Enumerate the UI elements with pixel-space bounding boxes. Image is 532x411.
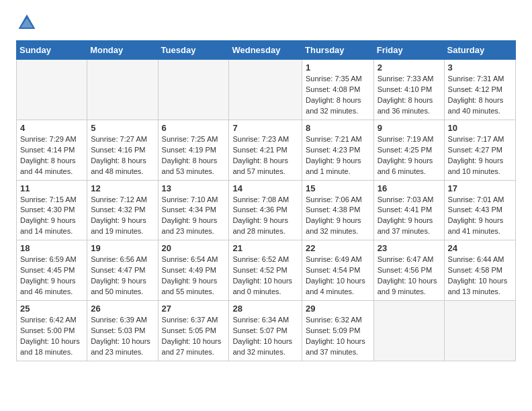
day-info: Sunrise: 7:15 AM Sunset: 4:30 PM Dayligh…: [20, 195, 83, 238]
day-info: Sunrise: 7:23 AM Sunset: 4:21 PM Dayligh…: [232, 134, 298, 177]
day-info: Sunrise: 6:49 AM Sunset: 4:54 PM Dayligh…: [306, 255, 370, 298]
day-info: Sunrise: 7:33 AM Sunset: 4:10 PM Dayligh…: [378, 74, 441, 117]
day-info: Sunrise: 6:44 AM Sunset: 4:58 PM Dayligh…: [448, 255, 512, 298]
table-row: 19Sunrise: 6:56 AM Sunset: 4:47 PM Dayli…: [87, 240, 158, 301]
table-row: [158, 60, 229, 120]
calendar-table: SundayMondayTuesdayWednesdayThursdayFrid…: [16, 40, 516, 361]
day-number: 1: [306, 62, 370, 73]
day-number: 4: [20, 123, 83, 133]
day-number: 25: [20, 304, 83, 314]
table-row: 27Sunrise: 6:37 AM Sunset: 5:05 PM Dayli…: [158, 301, 229, 361]
table-row: [229, 60, 302, 120]
day-number: 8: [306, 123, 370, 133]
table-row: 18Sunrise: 6:59 AM Sunset: 4:45 PM Dayli…: [17, 240, 87, 301]
day-number: 21: [232, 243, 298, 253]
table-row: 9Sunrise: 7:19 AM Sunset: 4:25 PM Daylig…: [373, 120, 444, 180]
day-number: 16: [378, 183, 441, 193]
day-info: Sunrise: 6:37 AM Sunset: 5:05 PM Dayligh…: [162, 315, 226, 358]
day-info: Sunrise: 6:52 AM Sunset: 4:52 PM Dayligh…: [232, 255, 298, 298]
day-info: Sunrise: 6:47 AM Sunset: 4:56 PM Dayligh…: [378, 255, 441, 298]
calendar-week-row: 4Sunrise: 7:29 AM Sunset: 4:14 PM Daylig…: [17, 120, 516, 180]
table-row: 29Sunrise: 6:32 AM Sunset: 5:09 PM Dayli…: [302, 301, 374, 361]
weekday-header: Thursday: [302, 41, 374, 60]
weekday-header: Wednesday: [229, 41, 302, 60]
day-number: 23: [378, 243, 441, 253]
day-info: Sunrise: 7:31 AM Sunset: 4:12 PM Dayligh…: [448, 74, 512, 117]
weekday-header: Monday: [87, 41, 158, 60]
calendar-body: 1Sunrise: 7:35 AM Sunset: 4:08 PM Daylig…: [17, 60, 516, 361]
table-row: 20Sunrise: 6:54 AM Sunset: 4:49 PM Dayli…: [158, 240, 229, 301]
day-info: Sunrise: 7:08 AM Sunset: 4:36 PM Dayligh…: [232, 195, 298, 238]
table-row: 11Sunrise: 7:15 AM Sunset: 4:30 PM Dayli…: [17, 180, 87, 240]
day-number: 27: [162, 304, 226, 314]
table-row: 21Sunrise: 6:52 AM Sunset: 4:52 PM Dayli…: [229, 240, 302, 301]
day-number: 24: [448, 243, 512, 253]
weekday-header: Friday: [373, 41, 444, 60]
day-info: Sunrise: 7:35 AM Sunset: 4:08 PM Dayligh…: [306, 74, 370, 117]
weekday-header: Tuesday: [158, 41, 229, 60]
day-info: Sunrise: 6:56 AM Sunset: 4:47 PM Dayligh…: [91, 255, 154, 298]
table-row: 6Sunrise: 7:25 AM Sunset: 4:19 PM Daylig…: [158, 120, 229, 180]
table-row: [444, 301, 515, 361]
day-number: 26: [91, 304, 154, 314]
day-info: Sunrise: 6:54 AM Sunset: 4:49 PM Dayligh…: [162, 255, 226, 298]
day-info: Sunrise: 7:17 AM Sunset: 4:27 PM Dayligh…: [448, 134, 512, 177]
day-number: 10: [448, 123, 512, 133]
day-number: 2: [378, 62, 441, 73]
day-number: 5: [91, 123, 154, 133]
table-row: [373, 301, 444, 361]
day-number: 19: [91, 243, 154, 253]
table-row: 1Sunrise: 7:35 AM Sunset: 4:08 PM Daylig…: [302, 60, 374, 120]
day-info: Sunrise: 7:03 AM Sunset: 4:41 PM Dayligh…: [378, 195, 441, 238]
calendar-wrap: SundayMondayTuesdayWednesdayThursdayFrid…: [0, 40, 532, 369]
weekday-header: Saturday: [444, 41, 515, 60]
day-info: Sunrise: 6:59 AM Sunset: 4:45 PM Dayligh…: [20, 255, 83, 298]
calendar-week-row: 18Sunrise: 6:59 AM Sunset: 4:45 PM Dayli…: [17, 240, 516, 301]
day-info: Sunrise: 7:06 AM Sunset: 4:38 PM Dayligh…: [306, 195, 370, 238]
day-info: Sunrise: 7:25 AM Sunset: 4:19 PM Dayligh…: [162, 134, 226, 177]
day-number: 18: [20, 243, 83, 253]
table-row: 10Sunrise: 7:17 AM Sunset: 4:27 PM Dayli…: [444, 120, 515, 180]
table-row: 15Sunrise: 7:06 AM Sunset: 4:38 PM Dayli…: [302, 180, 374, 240]
calendar-week-row: 25Sunrise: 6:42 AM Sunset: 5:00 PM Dayli…: [17, 301, 516, 361]
day-info: Sunrise: 6:34 AM Sunset: 5:07 PM Dayligh…: [232, 315, 298, 358]
logo-icon: [16, 12, 38, 34]
weekday-header: Sunday: [17, 41, 87, 60]
table-row: 16Sunrise: 7:03 AM Sunset: 4:41 PM Dayli…: [373, 180, 444, 240]
table-row: 23Sunrise: 6:47 AM Sunset: 4:56 PM Dayli…: [373, 240, 444, 301]
table-row: 8Sunrise: 7:21 AM Sunset: 4:23 PM Daylig…: [302, 120, 374, 180]
table-row: 24Sunrise: 6:44 AM Sunset: 4:58 PM Dayli…: [444, 240, 515, 301]
table-row: 3Sunrise: 7:31 AM Sunset: 4:12 PM Daylig…: [444, 60, 515, 120]
weekday-row: SundayMondayTuesdayWednesdayThursdayFrid…: [17, 41, 516, 60]
calendar-week-row: 1Sunrise: 7:35 AM Sunset: 4:08 PM Daylig…: [17, 60, 516, 120]
day-number: 6: [162, 123, 226, 133]
day-number: 7: [232, 123, 298, 133]
day-number: 11: [20, 183, 83, 193]
page-header: [0, 0, 532, 40]
day-number: 3: [448, 62, 512, 73]
day-info: Sunrise: 7:29 AM Sunset: 4:14 PM Dayligh…: [20, 134, 83, 177]
table-row: 26Sunrise: 6:39 AM Sunset: 5:03 PM Dayli…: [87, 301, 158, 361]
day-info: Sunrise: 7:10 AM Sunset: 4:34 PM Dayligh…: [162, 195, 226, 238]
table-row: 7Sunrise: 7:23 AM Sunset: 4:21 PM Daylig…: [229, 120, 302, 180]
day-info: Sunrise: 7:19 AM Sunset: 4:25 PM Dayligh…: [378, 134, 441, 177]
table-row: 28Sunrise: 6:34 AM Sunset: 5:07 PM Dayli…: [229, 301, 302, 361]
table-row: [87, 60, 158, 120]
day-info: Sunrise: 6:32 AM Sunset: 5:09 PM Dayligh…: [306, 315, 370, 358]
day-info: Sunrise: 7:27 AM Sunset: 4:16 PM Dayligh…: [91, 134, 154, 177]
day-number: 17: [448, 183, 512, 193]
day-info: Sunrise: 6:42 AM Sunset: 5:00 PM Dayligh…: [20, 315, 83, 358]
day-number: 14: [232, 183, 298, 193]
calendar-week-row: 11Sunrise: 7:15 AM Sunset: 4:30 PM Dayli…: [17, 180, 516, 240]
day-number: 29: [306, 304, 370, 314]
table-row: [17, 60, 87, 120]
day-number: 22: [306, 243, 370, 253]
calendar-header: SundayMondayTuesdayWednesdayThursdayFrid…: [17, 41, 516, 60]
day-number: 13: [162, 183, 226, 193]
table-row: 25Sunrise: 6:42 AM Sunset: 5:00 PM Dayli…: [17, 301, 87, 361]
table-row: 14Sunrise: 7:08 AM Sunset: 4:36 PM Dayli…: [229, 180, 302, 240]
day-info: Sunrise: 7:12 AM Sunset: 4:32 PM Dayligh…: [91, 195, 154, 238]
table-row: 13Sunrise: 7:10 AM Sunset: 4:34 PM Dayli…: [158, 180, 229, 240]
table-row: 5Sunrise: 7:27 AM Sunset: 4:16 PM Daylig…: [87, 120, 158, 180]
table-row: 22Sunrise: 6:49 AM Sunset: 4:54 PM Dayli…: [302, 240, 374, 301]
